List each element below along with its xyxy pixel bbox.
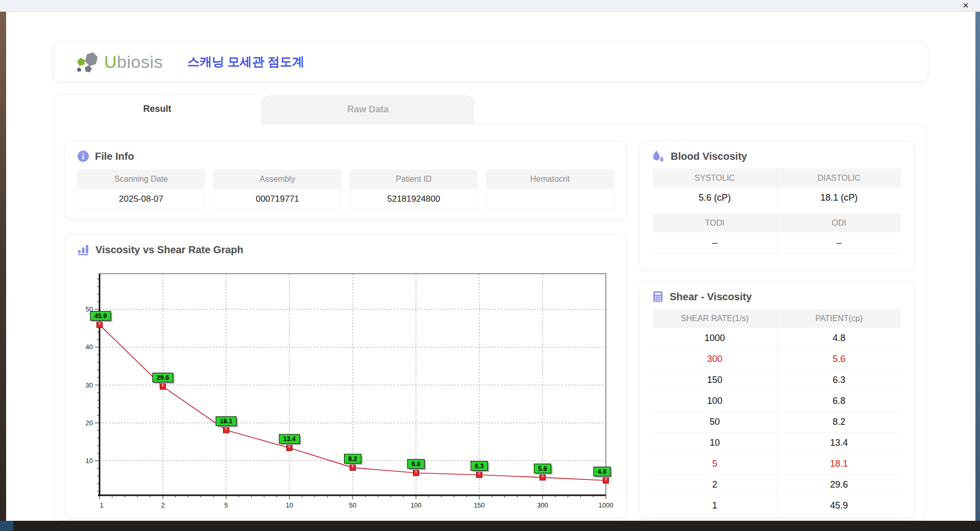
sv-rows: 10004.83005.61506.31006.8508.21013.4518.… xyxy=(653,328,901,516)
calculator-icon xyxy=(652,291,664,303)
bv-header-diastolic: DIASTOLIC xyxy=(777,168,901,187)
bv-value-todi: – xyxy=(653,232,777,254)
desktop-edge-left xyxy=(0,11,6,521)
brand-u: U xyxy=(104,52,117,71)
sv-header-shear-rate: SHEAR RATE(1/s) xyxy=(653,309,777,328)
viscosity-chart-svg: 10203040501251050100150300100045.929.618… xyxy=(79,267,616,515)
tab-result[interactable]: Result xyxy=(54,94,261,125)
file-info-grid: Scanning Date 2025-08-07 Assembly 000719… xyxy=(65,167,626,210)
brand-logo: Ubiosis xyxy=(76,51,163,73)
blood-viscosity-table: SYSTOLIC DIASTOLIC 5.6 (cP) 18.1 (cP) TO… xyxy=(653,168,901,254)
sv-cell-patient: 6.8 xyxy=(777,391,901,411)
svg-text:100: 100 xyxy=(410,501,422,509)
file-info-col: Patient ID 52181924800 xyxy=(350,170,478,210)
svg-text:1000: 1000 xyxy=(599,501,614,509)
svg-text:13.4: 13.4 xyxy=(283,436,296,443)
svg-text:5.6: 5.6 xyxy=(538,465,547,472)
window-titlebar xyxy=(0,0,980,12)
bv-header-todi: TODI xyxy=(653,213,777,232)
bv-value-systolic: 5.6 (cP) xyxy=(653,187,777,209)
shear-viscosity-title-row: Shear - Viscosity xyxy=(640,282,914,308)
svg-text:10: 10 xyxy=(286,501,293,509)
field-value-hematocrit xyxy=(486,189,614,210)
shear-table-row: 508.2 xyxy=(653,412,901,432)
page-title: 스캐닝 모세관 점도계 xyxy=(187,54,304,70)
desktop-edge-bottom xyxy=(0,521,980,531)
shear-table-row: 145.9 xyxy=(653,495,901,516)
sv-header-patient: PATIENT(cp) xyxy=(777,309,901,328)
shear-viscosity-title: Shear - Viscosity xyxy=(670,291,752,303)
desktop-edge-right xyxy=(975,0,980,531)
blood-viscosity-title: Blood Viscosity xyxy=(671,151,747,162)
graph-title-row: Viscosity vs Shear Rate Graph xyxy=(65,235,626,261)
tab-raw-data[interactable]: Raw Data xyxy=(262,95,474,125)
bv-header-row: SYSTOLIC DIASTOLIC xyxy=(653,168,901,187)
ubiosis-logo-icon xyxy=(76,51,100,73)
sv-cell-patient: 18.1 xyxy=(777,453,901,474)
sv-cell-shear-rate: 150 xyxy=(653,370,777,390)
graph-title: Viscosity vs Shear Rate Graph xyxy=(95,244,243,256)
blood-viscosity-card: Blood Viscosity SYSTOLIC DIASTOLIC 5.6 (… xyxy=(639,141,915,270)
sv-cell-shear-rate: 300 xyxy=(653,349,777,369)
field-label-scanning-date: Scanning Date xyxy=(77,170,205,189)
svg-text:50: 50 xyxy=(349,501,356,509)
brand-name: Ubiosis xyxy=(104,52,163,72)
svg-text:8.2: 8.2 xyxy=(348,455,357,463)
field-label-patient-id: Patient ID xyxy=(350,170,478,189)
svg-text:150: 150 xyxy=(474,501,485,509)
shear-table-row: 10004.8 xyxy=(653,328,901,349)
field-label-assembly: Assembly xyxy=(213,170,341,189)
bv-header-row: TODI ODI xyxy=(653,213,901,232)
file-info-title-row: File Info xyxy=(65,141,626,167)
blood-drops-icon xyxy=(652,150,665,162)
sv-cell-patient: 5.6 xyxy=(777,349,901,369)
sv-cell-shear-rate: 10 xyxy=(653,432,777,453)
svg-text:30: 30 xyxy=(86,381,93,389)
file-info-col: Assembly 000719771 xyxy=(213,170,341,210)
bar-chart-icon xyxy=(77,244,90,256)
bv-value-row: 5.6 (cP) 18.1 (cP) xyxy=(653,187,901,209)
shear-viscosity-card: Shear - Viscosity SHEAR RATE(1/s) PATIEN… xyxy=(639,281,915,518)
graph-card: Viscosity vs Shear Rate Graph 1020304050… xyxy=(64,234,627,518)
bv-header-systolic: SYSTOLIC xyxy=(653,168,777,187)
app-window: ✕ Ubiosis 스캐닝 모세관 점도계 Result Raw Data xyxy=(0,0,980,531)
sv-cell-shear-rate: 1000 xyxy=(653,328,777,348)
svg-text:6.3: 6.3 xyxy=(475,463,483,470)
shear-table-row: 1006.8 xyxy=(653,391,901,412)
svg-text:45.9: 45.9 xyxy=(94,312,107,320)
svg-text:5: 5 xyxy=(224,501,228,509)
sv-cell-patient: 4.8 xyxy=(777,328,901,348)
blood-viscosity-title-row: Blood Viscosity xyxy=(640,141,914,167)
bv-value-row: – – xyxy=(653,232,901,254)
svg-text:18.1: 18.1 xyxy=(220,418,232,425)
shear-table-row: 3005.6 xyxy=(653,349,901,370)
sv-cell-shear-rate: 2 xyxy=(653,474,777,495)
svg-text:300: 300 xyxy=(537,501,548,509)
svg-text:40: 40 xyxy=(86,343,93,351)
bv-value-odi: – xyxy=(777,232,901,254)
sv-cell-patient: 13.4 xyxy=(777,432,901,453)
sv-cell-patient: 8.2 xyxy=(777,412,901,432)
shear-table-row: 1506.3 xyxy=(653,370,901,391)
sv-cell-shear-rate: 5 xyxy=(653,453,777,474)
file-info-col: Scanning Date 2025-08-07 xyxy=(77,170,205,210)
svg-text:29.6: 29.6 xyxy=(157,374,169,381)
svg-text:10: 10 xyxy=(86,457,93,465)
shear-table-row: 518.1 xyxy=(653,453,901,474)
bv-value-diastolic: 18.1 (cP) xyxy=(777,187,901,209)
field-value-scanning-date: 2025-08-07 xyxy=(77,189,205,210)
sv-cell-patient: 29.6 xyxy=(777,474,901,495)
field-label-hematocrit: Hematocrit xyxy=(486,170,614,189)
sv-cell-shear-rate: 100 xyxy=(653,391,777,411)
svg-text:6.8: 6.8 xyxy=(411,461,420,468)
field-value-patient-id: 52181924800 xyxy=(350,189,478,210)
brand-rest: biosis xyxy=(117,52,163,71)
viscosity-chart: 10203040501251050100150300100045.929.618… xyxy=(79,267,616,517)
bv-header-odi: ODI xyxy=(777,213,901,232)
info-icon xyxy=(77,150,89,162)
sv-header-row: SHEAR RATE(1/s) PATIENT(cp) xyxy=(653,309,901,328)
close-icon[interactable]: ✕ xyxy=(960,0,972,11)
shear-viscosity-table: SHEAR RATE(1/s) PATIENT(cp) 10004.83005.… xyxy=(653,309,901,516)
shear-table-row: 229.6 xyxy=(653,474,901,495)
shear-table-row: 1013.4 xyxy=(653,432,901,453)
